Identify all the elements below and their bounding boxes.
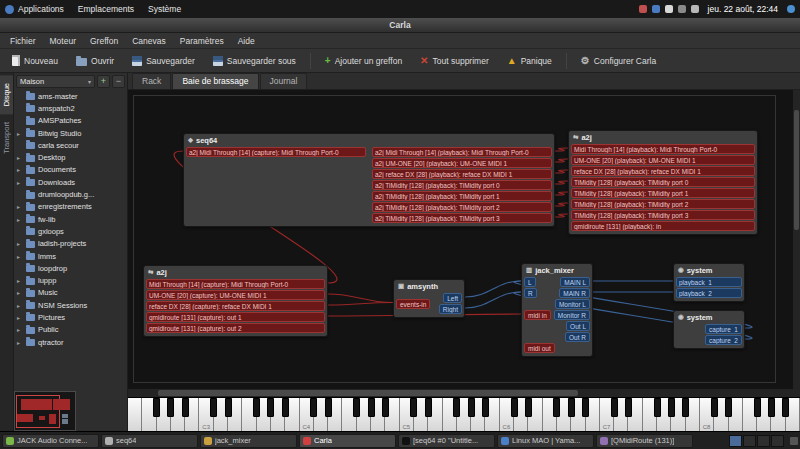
port-amsynth-right[interactable]: Right (439, 304, 462, 314)
file-tree-item[interactable]: ▸enregistrements (14, 201, 127, 213)
file-tree-item[interactable]: ▸Public (14, 324, 127, 336)
patchbay-node-a2j_mid[interactable]: ⇆a2jMidi Through [14] (capture): Midi Th… (143, 265, 328, 337)
workspace-cell-2[interactable] (743, 435, 756, 447)
port-a2j_mid-out3[interactable]: qmidiroute [131] (capture): out 1 (146, 312, 325, 322)
sidebar-tab-transport[interactable]: Transport (0, 114, 13, 162)
display-icon[interactable] (652, 5, 660, 13)
piano-key-black[interactable] (754, 398, 761, 417)
desktop-menu-applications[interactable]: Applications (5, 4, 64, 14)
port-system_top-playback_1[interactable]: playback_1 (676, 277, 742, 287)
expand-arrow-icon[interactable]: ▸ (17, 179, 23, 186)
file-tree-item[interactable]: ▸lmms (14, 250, 127, 262)
port-a2j_top-in5[interactable]: TiMidity [128] (playback): TiMidity port… (571, 199, 755, 209)
file-tree-item[interactable]: amspatch2 (14, 102, 127, 114)
taskbar-item-linux-mao-yama[interactable]: Linux MAO | Yama... (497, 434, 594, 448)
file-tree-item[interactable]: ▸Music (14, 287, 127, 299)
piano-key-black[interactable] (782, 398, 789, 417)
piano-key-black[interactable] (225, 398, 232, 417)
port-seq64-out3[interactable]: a2j TiMidity [128] (playback): TiMidity … (372, 180, 552, 190)
tab-journal[interactable]: Journal (260, 73, 308, 89)
file-tree-item[interactable]: gxloops (14, 225, 127, 237)
file-tree-item[interactable]: ▸ladish-projects (14, 238, 127, 250)
port-seq64-out2[interactable]: a2j reface DX [28] (playback): reface DX… (372, 169, 552, 179)
port-system_bot-capture_1[interactable]: capture_1 (705, 324, 742, 334)
window-titlebar[interactable]: Carla (0, 18, 800, 33)
workspace-cell-1[interactable] (729, 435, 742, 447)
piano-key-black[interactable] (611, 398, 618, 417)
port-jack_mixer-mon_l[interactable]: Monitor L (555, 299, 590, 309)
piano-key-black[interactable] (668, 398, 675, 417)
workspace-cell-3[interactable] (757, 435, 770, 447)
piano-key-black[interactable] (553, 398, 560, 417)
removeall-button[interactable]: ✕Tout supprimer (412, 52, 497, 70)
expand-arrow-icon[interactable]: ▸ (17, 203, 23, 210)
remove-location-button[interactable]: − (112, 75, 125, 88)
port-a2j_top-in6[interactable]: TiMidity [128] (playback): TiMidity port… (571, 210, 755, 220)
port-a2j_top-in7[interactable]: qmidiroute [131] (playback): in (571, 221, 755, 231)
port-a2j_mid-out0[interactable]: Midi Through [14] (capture): Midi Throug… (146, 279, 325, 289)
file-tree-item[interactable]: ▸Bitwig Studio (14, 127, 127, 139)
piano-key-black[interactable] (282, 398, 289, 417)
taskbar-item-carla[interactable]: Carla (299, 434, 396, 448)
port-jack_mixer-main_l[interactable]: MAIN L (560, 277, 590, 287)
file-tree-item[interactable]: loopdrop (14, 262, 127, 274)
expand-arrow-icon[interactable]: ▸ (17, 253, 23, 260)
save-button[interactable]: Sauvegarder (124, 52, 203, 70)
piano-key-black[interactable] (453, 398, 460, 417)
port-seq64-in0[interactable]: a2j Midi Through [14] (capture): Midi Th… (186, 147, 366, 157)
patchbay-node-system_bot[interactable]: ◉systemcapture_1capture_2 (673, 310, 745, 349)
port-seq64-out5[interactable]: a2j TiMidity [128] (playback): TiMidity … (372, 202, 552, 212)
add-location-button[interactable]: + (97, 75, 110, 88)
port-a2j_mid-out4[interactable]: qmidiroute [131] (capture): out 2 (146, 323, 325, 333)
menu-greffon[interactable]: Greffon (83, 34, 125, 48)
file-tree-item[interactable]: ▸NSM Sessions (14, 299, 127, 311)
desktop-menu-syst-me[interactable]: Système (148, 4, 181, 14)
screen-share-icon[interactable] (639, 5, 647, 13)
piano-key-black[interactable] (267, 398, 274, 417)
file-tree-item[interactable]: ▸Desktop (14, 151, 127, 163)
location-select[interactable]: Maison ▾ (16, 75, 95, 88)
port-jack_mixer-mon_r[interactable]: Monitor R (554, 310, 590, 320)
virtual-keyboard[interactable]: C3C4C5C6C7C8 (128, 397, 800, 431)
piano-key-black[interactable] (711, 398, 718, 417)
piano-key-black[interactable] (482, 398, 489, 417)
piano-key-black[interactable] (511, 398, 518, 417)
port-amsynth-left[interactable]: Left (443, 293, 462, 303)
network-icon[interactable] (678, 5, 686, 13)
piano-key-black[interactable] (425, 398, 432, 417)
file-tree-item[interactable]: carla secour (14, 139, 127, 151)
piano-key-black[interactable] (654, 398, 661, 417)
expand-arrow-icon[interactable]: ▸ (17, 277, 23, 284)
port-jack_mixer-out_l[interactable]: Out L (566, 321, 590, 331)
port-jack_mixer-midi_out[interactable]: midi out (524, 343, 555, 353)
user-switch-icon[interactable] (787, 5, 795, 13)
patchbay-canvas[interactable]: ◆seq64a2j Midi Through [14] (capture): M… (128, 90, 793, 389)
desktop-menu-emplacements[interactable]: Emplacements (78, 4, 134, 14)
port-a2j_top-in1[interactable]: UM-ONE [20] (playback): UM-ONE MIDI 1 (571, 155, 755, 165)
piano-key-black[interactable] (167, 398, 174, 417)
piano-key-black[interactable] (568, 398, 575, 417)
file-tree-item[interactable]: ▸fw-lib (14, 213, 127, 225)
file-tree-item[interactable]: ▸Pictures (14, 311, 127, 323)
port-jack_mixer-midi_in[interactable]: midi in (524, 310, 551, 320)
patchbay-node-a2j_top[interactable]: ⇆a2jMidi Through [14] (playback): Midi T… (568, 130, 758, 235)
piano-key-black[interactable] (368, 398, 375, 417)
clock[interactable]: jeu. 22 août, 22:44 (708, 4, 778, 14)
file-tree-item[interactable]: ▸Documents (14, 164, 127, 176)
port-system_bot-capture_2[interactable]: capture_2 (705, 335, 742, 345)
piano-key-black[interactable] (353, 398, 360, 417)
piano-key-black[interactable] (410, 398, 417, 417)
port-seq64-out6[interactable]: a2j TiMidity [128] (playback): TiMidity … (372, 213, 552, 223)
port-jack_mixer-main_r[interactable]: MAIN R (559, 288, 590, 298)
patchbay-node-system_top[interactable]: ◉systemplayback_1playback_2 (673, 263, 745, 302)
volume-icon[interactable] (691, 5, 699, 13)
piano-key-black[interactable] (153, 398, 160, 417)
file-tree-item[interactable]: drumloopdub.g... (14, 188, 127, 200)
port-a2j_top-in0[interactable]: Midi Through [14] (playback): Midi Throu… (571, 144, 755, 154)
port-jack_mixer-out_r[interactable]: Out R (565, 332, 590, 342)
sidebar-tab-disque[interactable]: Disque (0, 75, 13, 114)
canvas-minimap[interactable] (14, 391, 76, 431)
expand-arrow-icon[interactable]: ▸ (17, 326, 23, 333)
trash-icon[interactable] (790, 437, 798, 445)
vertical-scroll-handle[interactable] (794, 110, 799, 230)
